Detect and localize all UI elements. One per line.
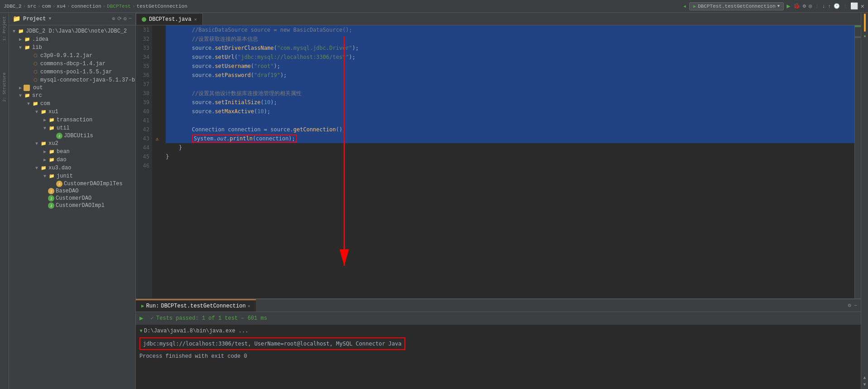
sidebar-item-transaction[interactable]: ▶ 📁 transaction [9, 116, 135, 124]
xu1-arrow: ▼ [34, 110, 40, 115]
code-with-arrow: 31 32 33 34 35 36 37 38 39 40 41 42 43 4… [136, 25, 861, 298]
java-cmd-line: ▶ D:\Java\java1.8\bin\java.exe ... [139, 327, 857, 336]
bottom-tabs: ▶ Run: DBCPTest.testGetConnection ✕ ⚙ − [136, 299, 861, 312]
linenum-46: 46 [136, 161, 149, 170]
customerdaoimpl-label: CustomerDAOImpl [56, 202, 105, 209]
c3p0-jar-icon: ⬡ [32, 52, 39, 59]
line45-text: } [166, 154, 169, 160]
sidebar-item-idea[interactable]: ▶ 📁 .idea [9, 35, 135, 43]
breadcrumb-connection[interactable]: connection [71, 4, 101, 9]
minimize-icon-bottom[interactable]: − [854, 303, 857, 309]
run-tab-close[interactable]: ✕ [248, 303, 250, 309]
sidebar-item-jdbcutils[interactable]: J JDBCUtils [9, 132, 135, 139]
run-button[interactable]: ▶ [786, 2, 790, 10]
settings-icon-bottom[interactable]: ⚙ [848, 302, 851, 309]
scroll-marker-1 [855, 25, 861, 27]
dao-folder-icon: 📁 [48, 156, 55, 163]
coverage-button[interactable]: ⚙ [803, 3, 806, 10]
linenum-37: 37 [136, 80, 149, 89]
sidebar-item-src[interactable]: ▼ 📁 src [9, 91, 135, 100]
rerun-button[interactable]: ▶ [139, 314, 143, 322]
vcs-push-icon[interactable]: ↑ [828, 4, 831, 9]
sep2: › [38, 4, 41, 9]
sidebar-item-util[interactable]: ▼ 📁 util [9, 124, 135, 132]
breadcrumb-com[interactable]: com [42, 4, 51, 9]
run-config-selector[interactable]: ▶ DBCPTest.testGetConnection ▼ [689, 2, 784, 10]
nav-back-icon[interactable]: ◂ [683, 2, 686, 10]
sidebar-item-basedao[interactable]: J BaseDAO [9, 187, 135, 195]
com-folder-icon: 📁 [32, 100, 39, 107]
sidebar-item-com[interactable]: ▼ 📁 com [9, 100, 135, 108]
code-content[interactable]: //BasicDataSource source = new BasicData… [162, 25, 854, 298]
sidebar-item-customerdaoimpl[interactable]: J CustomerDAOImpl [9, 202, 135, 209]
bean-folder-icon: 📁 [48, 148, 55, 155]
sidebar-item-xu3dao[interactable]: ▼ 📁 xu3.dao [9, 164, 135, 172]
editor-scrollbar[interactable] [854, 25, 861, 298]
run-config-chevron[interactable]: ▼ [777, 4, 780, 9]
sidebar-item-customerdao[interactable]: J CustomerDAO [9, 195, 135, 202]
sidebar-item-commons-pool[interactable]: ⬡ commons-pool-1.5.5.jar [9, 68, 135, 76]
idea-arrow: ▶ [17, 37, 24, 42]
sidebar-item-xu2[interactable]: ▼ 📁 xu2 [9, 139, 135, 148]
settings-icon[interactable]: ⚙ [124, 15, 127, 22]
sidebar-item-out[interactable]: ▶ out [9, 84, 135, 91]
customerdao-label: CustomerDAO [56, 195, 91, 202]
sidebar-item-xu1[interactable]: ▼ 📁 xu1 [9, 108, 135, 116]
right-marker-ok [864, 35, 866, 37]
project-strip-label[interactable]: 1: Project [1, 14, 8, 43]
run-tab[interactable]: ▶ Run: DBCPTest.testGetConnection ✕ [136, 299, 256, 312]
xu3dao-arrow: ▼ [34, 166, 40, 171]
sidebar-item-customerdaoimpltes[interactable]: J CustomerDAOImplTes [9, 180, 135, 187]
breadcrumb-xu4[interactable]: xu4 [57, 4, 66, 9]
maximize-button[interactable]: ⬜ [850, 2, 858, 10]
breadcrumb-method[interactable]: testGetConnection [137, 4, 187, 9]
tab-close-button[interactable]: ✕ [194, 17, 197, 22]
breadcrumb-dbcptest[interactable]: DBCPTest [107, 4, 131, 9]
junit-label: junit [57, 173, 73, 179]
breadcrumb-jdbc2[interactable]: JDBC_2 [4, 4, 22, 9]
project-dropdown[interactable]: ▼ [48, 16, 51, 21]
add-icon[interactable]: ⊕ [112, 15, 115, 22]
tree-root[interactable]: ▼ 📁 JDBC_2 D:\Java\JDBC\note\JDBC_2 [9, 27, 135, 35]
scroll-down-icon[interactable]: ▼ [863, 382, 866, 387]
code-line-44: } [166, 143, 854, 152]
sidebar-item-bean[interactable]: ▶ 📁 bean [9, 148, 135, 156]
bean-label: bean [57, 149, 70, 155]
gutter-35 [152, 62, 162, 71]
line35-text: source.setUsername("root"); [166, 63, 280, 69]
xu3dao-folder-icon: 📁 [40, 164, 47, 172]
structure-strip-label[interactable]: 2: Structure [1, 71, 8, 104]
gutter-40 [152, 107, 162, 116]
history-icon[interactable]: 🕐 [834, 3, 840, 9]
sidebar-item-mysql[interactable]: ⬡ mysql-connector-java-5.1.37-b [9, 76, 135, 84]
debug-button[interactable]: 🐞 [793, 3, 800, 10]
minimize-icon[interactable]: − [129, 15, 132, 22]
warning-icon: ⚠ [156, 136, 159, 142]
vcs-update-icon[interactable]: ↓ [822, 4, 825, 9]
expand-arrow[interactable]: ▶ [136, 330, 145, 332]
output-result: jdbc:mysql://localhost:3306/test, UserNa… [139, 337, 405, 350]
close-button[interactable]: ✕ [861, 2, 864, 10]
com-arrow: ▼ [25, 101, 32, 106]
xu1-folder-icon: 📁 [40, 108, 47, 115]
editor-area: DBCPTest.java ✕ [136, 13, 861, 389]
tab-dbcptest[interactable]: DBCPTest.java ✕ [136, 13, 203, 25]
idea-label: .idea [32, 36, 48, 43]
run-tab-config: DBCPTest.testGetConnection [161, 303, 245, 309]
sidebar-item-c3p0[interactable]: ⬡ c3p0-0.9.1.2.jar [9, 52, 135, 60]
linenum-40: 40 [136, 107, 149, 116]
sidebar-item-lib[interactable]: ▼ 📁 lib [9, 43, 135, 52]
linenum-34: 34 [136, 53, 149, 62]
right-bottom-icons: ▲ ▼ [863, 375, 866, 389]
profile-button[interactable]: ◎ [809, 3, 812, 10]
xu2-folder-icon: 📁 [40, 140, 47, 147]
scroll-up-icon[interactable]: ▲ [863, 375, 866, 380]
editor-tabs: DBCPTest.java ✕ [136, 13, 861, 25]
sync-icon[interactable]: ⟳ [117, 15, 122, 22]
xu1-label: xu1 [48, 109, 58, 115]
sidebar-item-commons-dbcp[interactable]: ⬡ commons-dbcp-1.4.jar [9, 60, 135, 68]
breadcrumb-src[interactable]: src [27, 4, 36, 9]
bottom-content: ▶ ✓ Tests passed: 1 of 1 test – 601 ms ▶… [136, 312, 861, 389]
sidebar-item-junit[interactable]: ▼ 📁 junit [9, 172, 135, 180]
sidebar-item-dao[interactable]: ▶ 📁 dao [9, 156, 135, 164]
